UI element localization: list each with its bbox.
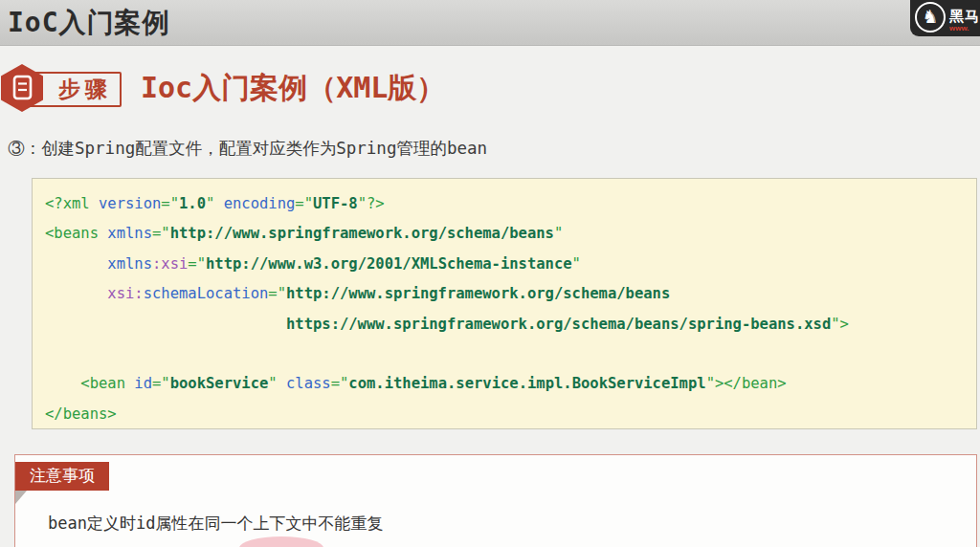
brand-text: 黑马 www. [949, 9, 980, 33]
code-line: <bean id="bookService" class="com.itheim… [45, 369, 976, 399]
code-line: <?xml version="1.0" encoding="UTF-8"?> [45, 189, 976, 219]
code-line: </beans> [45, 400, 976, 429]
slide-header: IoC入门案例 ♞ 黑马 www. [0, 0, 980, 46]
code-line: xmlns:xsi="http://www.w3.org/2001/XMLSch… [45, 250, 976, 279]
steps-badge-label: 步骤 [58, 75, 112, 104]
notice-badge-fold [15, 491, 27, 504]
code-line: https://www.springframework.org/schema/b… [45, 310, 976, 339]
brand-name: 黑马 [949, 9, 980, 23]
brand-url: www. [949, 25, 980, 33]
section-title: Ioc入门案例（XML版） [141, 69, 445, 108]
notice-badge: 注意事项 [15, 462, 109, 491]
page-title: IoC入门案例 [8, 5, 170, 41]
code-line [45, 339, 976, 369]
step-description: ③：创建Spring配置文件，配置对应类作为Spring管理的bean [8, 137, 487, 160]
steps-hexagon-icon [0, 63, 44, 113]
code-line: <beans xmlns="http://www.springframework… [45, 219, 976, 249]
code-line: xsi:schemaLocation="http://www.springfra… [45, 279, 976, 309]
horse-logo-icon: ♞ [915, 2, 946, 33]
brand-logo: ♞ 黑马 www. [910, 0, 980, 36]
code-block: <?xml version="1.0" encoding="UTF-8"?><b… [32, 178, 977, 429]
notice-text: bean定义时id属性在同一个上下文中不能重复 [48, 513, 383, 535]
